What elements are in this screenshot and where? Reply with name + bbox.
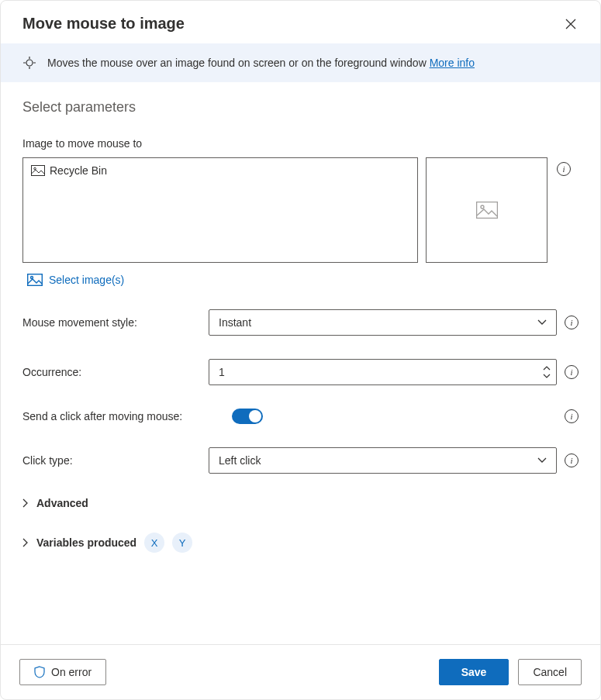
send-click-label: Send a click after moving mouse: xyxy=(22,410,224,422)
variables-label: Variables produced xyxy=(36,536,136,549)
chevron-down-icon xyxy=(537,457,547,464)
click-type-label: Click type: xyxy=(22,454,201,467)
variable-x-badge[interactable]: X xyxy=(144,533,164,553)
dialog-footer: On error Save Cancel xyxy=(1,644,600,699)
image-preview-box xyxy=(426,157,547,263)
dialog-header: Move mouse to image xyxy=(1,1,600,43)
occurrence-info-icon[interactable]: i xyxy=(565,365,579,379)
image-icon xyxy=(27,274,43,286)
occurrence-step-up[interactable] xyxy=(541,364,552,372)
image-selection-box[interactable]: Recycle Bin xyxy=(22,157,418,263)
click-type-info-icon[interactable]: i xyxy=(565,453,579,467)
banner-text: Moves the mouse over an image found on s… xyxy=(47,57,475,69)
occurrence-label: Occurrence: xyxy=(22,366,201,378)
movement-style-info-icon[interactable]: i xyxy=(565,316,579,329)
variables-expander[interactable]: Variables produced X Y xyxy=(22,533,579,553)
send-click-info-icon[interactable]: i xyxy=(565,409,579,423)
advanced-expander[interactable]: Advanced xyxy=(22,497,579,509)
chevron-down-icon xyxy=(543,374,551,378)
image-placeholder-icon xyxy=(476,202,498,219)
info-banner: Moves the mouse over an image found on s… xyxy=(1,43,600,82)
image-item[interactable]: Recycle Bin xyxy=(31,164,409,177)
image-info-icon[interactable]: i xyxy=(557,162,571,176)
send-click-toggle[interactable] xyxy=(232,409,263,424)
svg-point-0 xyxy=(26,60,33,66)
shield-icon xyxy=(34,666,45,678)
select-images-link[interactable]: Select image(s) xyxy=(22,274,579,286)
svg-rect-3 xyxy=(476,202,497,219)
content-area: Select parameters Image to move mouse to… xyxy=(1,82,600,644)
occurrence-input[interactable]: 1 xyxy=(209,359,557,385)
chevron-right-icon xyxy=(22,498,29,508)
svg-rect-5 xyxy=(28,274,43,286)
advanced-label: Advanced xyxy=(36,497,88,509)
section-heading: Select parameters xyxy=(22,99,579,116)
svg-point-6 xyxy=(31,277,33,279)
movement-style-select[interactable]: Instant xyxy=(209,309,557,336)
svg-point-4 xyxy=(481,205,484,209)
image-item-label: Recycle Bin xyxy=(50,164,107,177)
on-error-button[interactable]: On error xyxy=(19,659,106,685)
image-icon xyxy=(31,165,45,176)
click-type-select[interactable]: Left click xyxy=(209,447,557,474)
close-icon xyxy=(565,19,576,29)
chevron-up-icon xyxy=(543,366,551,371)
variable-y-badge[interactable]: Y xyxy=(172,533,192,553)
save-button[interactable]: Save xyxy=(439,659,509,685)
image-field-label: Image to move mouse to xyxy=(22,137,579,150)
movement-style-label: Mouse movement style: xyxy=(22,316,201,329)
occurrence-step-down[interactable] xyxy=(541,372,552,380)
chevron-right-icon xyxy=(22,538,29,547)
cancel-button[interactable]: Cancel xyxy=(518,659,582,685)
close-button[interactable] xyxy=(563,16,579,32)
svg-rect-1 xyxy=(32,166,45,176)
dialog-title: Move mouse to image xyxy=(22,15,185,33)
toggle-knob xyxy=(249,410,261,422)
on-error-label: On error xyxy=(51,666,92,678)
more-info-link[interactable]: More info xyxy=(430,57,475,69)
select-images-label: Select image(s) xyxy=(49,274,124,286)
target-icon xyxy=(22,56,36,70)
chevron-down-icon xyxy=(537,319,547,326)
